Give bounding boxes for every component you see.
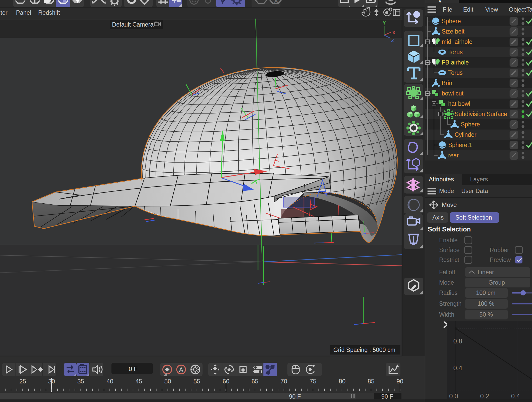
svg-text:mid airhole: mid airhole [442, 38, 472, 45]
svg-text:rear: rear [448, 152, 459, 159]
svg-text:70: 70 [280, 378, 287, 385]
svg-text:FB airhole: FB airhole [442, 59, 469, 66]
svg-text:hat bowl: hat bowl [448, 100, 470, 107]
svg-text:Subdivision Surface: Subdivision Surface [455, 111, 507, 117]
svg-text:0.4: 0.4 [453, 364, 462, 372]
svg-text:0.2: 0.2 [480, 392, 489, 400]
svg-text:Torus: Torus [448, 69, 463, 76]
svg-text:Brin: Brin [442, 80, 452, 86]
svg-text:40: 40 [107, 378, 114, 385]
svg-text:35: 35 [77, 378, 84, 385]
svg-text:0.0: 0.0 [449, 392, 458, 400]
svg-text:0 F: 0 F [129, 365, 138, 372]
svg-text:80: 80 [339, 378, 346, 385]
svg-text:Sphere: Sphere [461, 121, 480, 128]
svg-text:55: 55 [194, 378, 200, 385]
svg-text:bowl cut: bowl cut [442, 90, 464, 97]
svg-text:Size belt: Size belt [442, 28, 465, 35]
svg-text:Sphere: Sphere [442, 18, 461, 25]
svg-text:Sphere.1: Sphere.1 [448, 142, 472, 148]
svg-text:75: 75 [310, 378, 317, 385]
svg-text:25: 25 [19, 378, 26, 385]
svg-text:65: 65 [252, 378, 259, 385]
svg-text:0.8: 0.8 [453, 337, 462, 345]
svg-text:85: 85 [368, 378, 375, 385]
svg-text:Cylinder: Cylinder [455, 131, 477, 138]
svg-text:Torus: Torus [448, 49, 463, 55]
svg-text:50: 50 [164, 378, 171, 385]
svg-text:A: A [179, 366, 183, 373]
svg-text:0.4: 0.4 [511, 392, 520, 400]
svg-text:45: 45 [135, 378, 142, 385]
